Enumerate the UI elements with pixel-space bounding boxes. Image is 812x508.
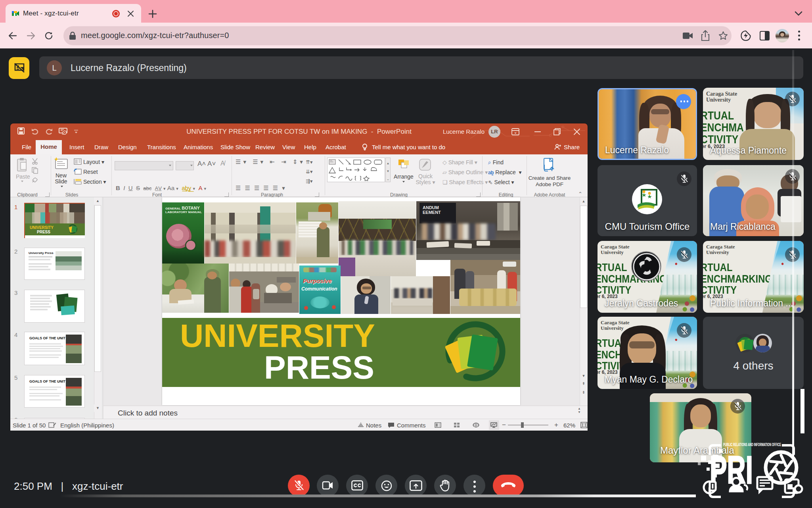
svg-text:PUBLIC RELATIONS AND INFORMATI: PUBLIC RELATIONS AND INFORMATION OFFICE: [723, 442, 781, 447]
